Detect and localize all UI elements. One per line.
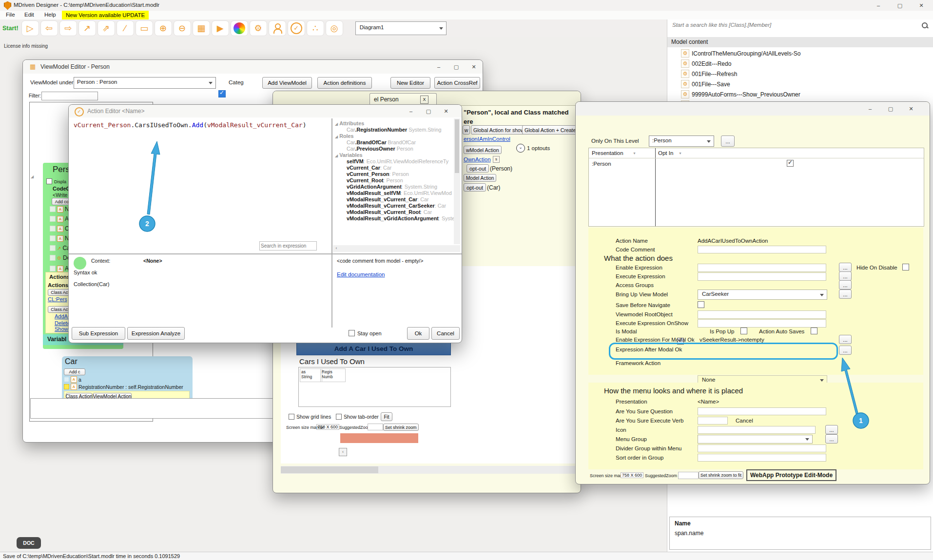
filter-input[interactable] xyxy=(41,92,98,100)
collapse-icon[interactable]: ◢ xyxy=(335,154,338,158)
model-item[interactable]: ⚙99999AutoForms---Show_PreviousOwner xyxy=(681,90,800,98)
expression-code-editor[interactable]: vCurrent_Person.CarsIUsedToOwn.Add(vModa… xyxy=(71,118,330,252)
action-crossref-button[interactable]: Action CrossRef xyxy=(434,77,480,89)
tree-vertical-scrollbar[interactable] xyxy=(454,118,460,244)
show-tab-order-checkbox[interactable] xyxy=(336,414,342,420)
vm-editor-titlebar[interactable]: ▦ ViewModel Editor - Person – ▢ ✕ xyxy=(23,60,483,74)
menu-presentation-value[interactable]: <Name> xyxy=(698,399,719,405)
pointer-arrow-icon[interactable]: ⇗ xyxy=(97,20,115,36)
grid-col-header[interactable]: as String xyxy=(300,368,322,382)
enable-modal-ok-ellipsis[interactable]: ... xyxy=(839,335,852,344)
tree-row[interactable]: Car.PreviousOwner Person xyxy=(347,146,413,152)
tree-row[interactable]: selfVM: Eco.UmlRt.ViewModelReferenceTy xyxy=(347,158,448,164)
collapse-icon[interactable]: ◢ xyxy=(335,135,338,139)
execute-onshow-field[interactable] xyxy=(698,319,826,328)
dialog-close-button[interactable]: ✕ xyxy=(438,106,454,116)
dialog-minimize-button[interactable]: – xyxy=(403,106,419,116)
are-you-sure-question-field[interactable] xyxy=(698,407,826,415)
add-viewmodel-button[interactable]: Add ViewModel xyxy=(262,77,312,89)
nav-forward-icon[interactable]: ⇨ xyxy=(59,20,77,36)
gears-icon[interactable]: ⚙ xyxy=(250,20,267,36)
model-action-button-fragment[interactable]: Model Action xyxy=(464,174,496,182)
execute-expression-field[interactable] xyxy=(698,272,826,281)
user-link-icon[interactable] xyxy=(269,20,286,36)
dialog-titlebar[interactable]: ✓ Action Editor <Name> – ▢ ✕ xyxy=(69,105,462,117)
tree-row[interactable]: Car.BrandOfCar BrandOfCar xyxy=(347,139,416,145)
model-item[interactable]: ⚙002Edit---Redo xyxy=(681,59,731,68)
select-window-icon[interactable]: ▭ xyxy=(136,20,153,36)
w3-maximize-button[interactable]: ▢ xyxy=(883,103,898,114)
roles-header[interactable]: Roles xyxy=(339,133,353,139)
main-maximize-button[interactable]: ▢ xyxy=(892,0,908,11)
w3-close-button[interactable]: ✕ xyxy=(903,103,919,114)
scrollbar-thumb[interactable] xyxy=(455,119,459,173)
doc-button[interactable]: DOC xyxy=(17,537,41,549)
w3-suggested-zoom-input[interactable] xyxy=(678,472,699,479)
global-action-create-button[interactable]: Global Action + Create xyxy=(522,125,578,135)
enable-modal-ok-value[interactable]: vSeekerResult->notempty xyxy=(700,337,764,343)
main-close-button[interactable]: ✕ xyxy=(914,0,929,11)
webapp-prototype-mode-badge[interactable]: WebApp Prototype Edit-Mode xyxy=(746,469,836,481)
action-name-value[interactable]: AddACarIUsedToOwnAction xyxy=(698,238,768,244)
tree-row[interactable]: vModalResult_vGridActionArgument: Syste xyxy=(347,215,454,221)
icon-ellipsis[interactable]: ... xyxy=(825,425,838,434)
global-action-for-show-button[interactable]: Global Action for show xyxy=(471,125,526,135)
dialog-maximize-button[interactable]: ▢ xyxy=(421,106,436,116)
code-tree-divider[interactable] xyxy=(331,118,332,254)
viewmodel-rootobject-field[interactable] xyxy=(698,310,826,319)
set-shrink-zoom-button[interactable]: Set shrink zoom xyxy=(383,424,419,431)
menu-edit[interactable]: Edit xyxy=(24,12,34,18)
collapse-icon[interactable]: ◢ xyxy=(335,122,338,126)
bring-up-viewmodel-dropdown[interactable]: CarSeeker xyxy=(698,290,827,300)
window-grid-icon[interactable]: ▦ xyxy=(193,20,210,36)
car-reg-row[interactable]: ARegistrationNumber : self.RegistrationN… xyxy=(64,384,183,390)
diagram-selector[interactable]: Diagram1 xyxy=(355,21,447,35)
nav-back-icon[interactable]: ⇦ xyxy=(40,20,58,36)
scroll-left-button[interactable]: ‹ xyxy=(339,448,347,456)
tree-row[interactable]: vCurrent_Person: Person xyxy=(347,171,409,177)
zoom-out-icon[interactable]: ⊖ xyxy=(174,20,191,36)
car-add-column-button[interactable]: Add c xyxy=(64,368,85,375)
table-row-person[interactable]: :Person xyxy=(592,161,611,167)
sub-expression-button[interactable]: Sub Expression xyxy=(72,327,125,340)
scroll-left-arrow[interactable]: ‹ xyxy=(333,245,340,252)
expression-after-modal-ellipsis[interactable]: ... xyxy=(839,346,852,355)
sort-order-field[interactable] xyxy=(698,454,826,462)
edit-documentation-link[interactable]: Edit documentation xyxy=(337,271,385,277)
attributes-header[interactable]: Attributes xyxy=(339,120,364,126)
optout-car-button[interactable]: opt-out xyxy=(464,183,486,192)
cancel-button[interactable]: Cancel xyxy=(431,327,460,340)
tab-close-icon[interactable]: X xyxy=(420,96,428,104)
access-groups-ellipsis[interactable]: ... xyxy=(839,280,852,290)
tree-row[interactable]: vGridActionArgument: System.String xyxy=(347,184,437,190)
main-minimize-button[interactable]: – xyxy=(871,0,886,11)
start-label[interactable]: Start! xyxy=(2,25,19,32)
w3-minimize-button[interactable]: – xyxy=(862,103,878,114)
menu-help[interactable]: Help xyxy=(44,12,56,18)
icon-field[interactable] xyxy=(698,426,816,434)
set-shrink-zoom-fit-button[interactable]: Set shrink zoom to fit xyxy=(699,471,743,479)
car-column-row[interactable]: Aa xyxy=(64,376,81,383)
dashed-line-icon[interactable]: ∕ xyxy=(117,20,134,36)
window-run-icon[interactable]: ▶ xyxy=(212,20,229,36)
tree-row[interactable]: Car.RegistrationNumber System.String xyxy=(347,127,441,133)
tree-row[interactable]: vCurrent_Root: Person xyxy=(347,177,403,183)
color-wheel-icon[interactable] xyxy=(231,20,248,36)
vm-editor-maximize-button[interactable]: ▢ xyxy=(448,61,464,72)
fit-button[interactable]: Fit xyxy=(381,412,392,421)
rings-icon[interactable]: ◎ xyxy=(326,20,343,36)
action-definitions-button[interactable]: Action definitions xyxy=(317,77,372,89)
divider-group-field[interactable] xyxy=(698,444,826,452)
suggested-zoom-input[interactable] xyxy=(368,424,383,430)
tree-row[interactable]: vModalResult_selfVM: Eco.UmlRt.ViewMod xyxy=(347,190,452,196)
grid-col-header[interactable]: Regis Numb xyxy=(320,368,346,382)
show-grid-lines-checkbox[interactable] xyxy=(289,414,294,420)
new-editor-button[interactable]: New Editor xyxy=(390,77,430,89)
scrollbar-thumb[interactable] xyxy=(281,466,378,473)
categ-checkbox[interactable] xyxy=(218,90,226,97)
expression-analyze-button[interactable]: Expression Analyze xyxy=(127,327,185,340)
menu-file[interactable]: File xyxy=(6,12,15,18)
optin-checkbox[interactable] xyxy=(787,160,794,167)
model-item[interactable]: ⚙001File---Save xyxy=(681,80,730,88)
tree-row[interactable]: vCurrent_Car: Car xyxy=(347,165,391,171)
